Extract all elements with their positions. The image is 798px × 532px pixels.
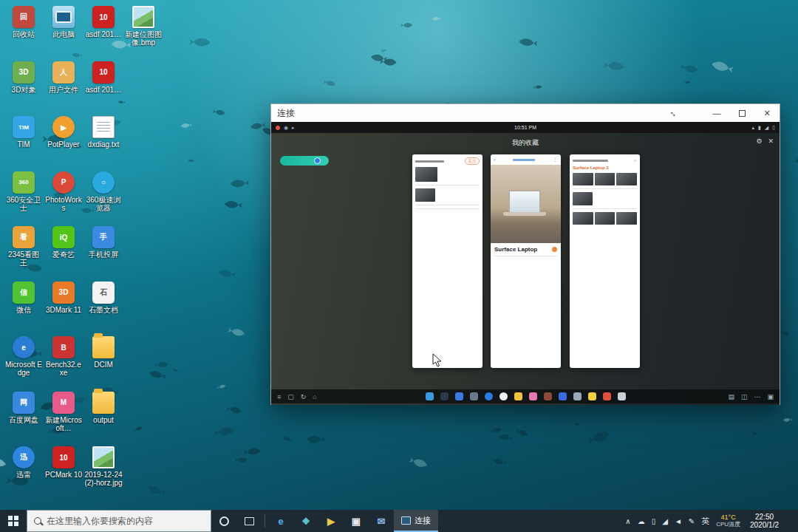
icon-photoworks-label: PhotoWorks [44, 196, 83, 212]
dock-app-7[interactable] [514, 392, 522, 400]
icon-bench32-label: Bench32.exe [44, 361, 83, 377]
pen-icon[interactable]: ✎ [689, 517, 695, 525]
icon-3d-objects[interactable]: 3D3D对象 [4, 61, 43, 94]
remote-status-icon-1: ▴ [751, 125, 754, 131]
fish-silhouette [587, 429, 611, 445]
taskbar-clock[interactable]: 22:50 2020/1/2 [747, 513, 782, 529]
icon-edge[interactable]: eMicrosoft Edge [4, 336, 43, 377]
icon-dxdiag[interactable]: dxdiag.txt [84, 116, 123, 149]
close-button[interactable]: ✕ [754, 104, 780, 122]
icon-new-bitmap[interactable]: 新建位图图像.bmp [124, 6, 163, 47]
layout-icon[interactable]: ▤ [728, 393, 734, 400]
task-view-button[interactable] [236, 510, 262, 532]
icon-photoworks[interactable]: PPhotoWorks [44, 171, 83, 212]
icon-output-folder[interactable]: output [84, 392, 123, 424]
video-taskbar-icon[interactable]: ▶ [318, 510, 344, 532]
icon-this-pc[interactable]: 此电脑 [44, 6, 83, 38]
dock-app-9[interactable] [544, 392, 552, 400]
dock-app-3[interactable] [455, 392, 463, 400]
dock-app-11[interactable] [573, 392, 582, 400]
icon-new-microsoft[interactable]: M新建Microsoft… [44, 392, 83, 432]
icon-baidu-netdisk[interactable]: 网百度网盘 [4, 392, 43, 424]
icon-tim[interactable]: TIMTIM [4, 116, 43, 149]
edge-taskbar-icon[interactable]: e [268, 510, 293, 532]
window-titlebar: 连接 ↔ — ✕ [271, 104, 780, 122]
taskbar-search-input[interactable]: 在这里输入你要搜索的内容 [27, 510, 211, 532]
fish-silhouette [409, 457, 428, 469]
back-icon[interactable]: ‹ [494, 157, 495, 163]
favorite-card-search[interactable]: ⌕ Surface Laptop 3 [570, 154, 640, 368]
icon-bench32[interactable]: BBench32.exe [44, 336, 83, 377]
store-taskbar-icon[interactable]: ▣ [344, 510, 369, 532]
icon-picture-viewer-glyph: 看 [13, 226, 35, 248]
icon-potplayer[interactable]: ▶PotPlayer [44, 116, 83, 149]
icon-phone-cast[interactable]: 手手机投屏 [84, 226, 123, 259]
onedrive-icon[interactable]: ☁ [638, 517, 645, 525]
more-icon[interactable]: ⋮ [553, 157, 558, 163]
icon-dcim-folder[interactable]: DCIM [84, 336, 123, 369]
dock-app-8[interactable] [529, 392, 537, 400]
favorite-card-product[interactable]: ‹ ⋮ Surface Laptop [491, 154, 561, 368]
more-icon[interactable]: ⋯ [754, 393, 760, 400]
connect-app-window: 连接 ↔ — ✕ ◉ ▸ 10:51 PM ▴▮◢▯ 我的收藏 ⚙✕ [270, 103, 780, 405]
grid-icon[interactable]: ≡ [277, 393, 281, 400]
minimize-button[interactable]: — [704, 104, 729, 122]
result-thumbnail [573, 212, 593, 225]
dock-app-10[interactable] [559, 392, 567, 400]
icon-asdf-1[interactable]: 10asdf 201… [84, 6, 123, 38]
icon-recycle-bin[interactable]: 回回收站 [4, 6, 43, 38]
icon-horz-jpg-glyph [92, 446, 115, 468]
dock-app-12[interactable] [588, 392, 596, 400]
clock-date: 2020/1/2 [750, 521, 779, 529]
dock-app-5[interactable] [485, 392, 493, 400]
screen-toggle-pill[interactable] [280, 156, 329, 166]
tray-expand-icon[interactable]: ∧ [625, 517, 630, 525]
icon-shimo-docs[interactable]: 石石墨文档 [84, 282, 123, 314]
icon-asdf-2[interactable]: 10asdf 201… [84, 61, 123, 94]
settings-gear-icon[interactable]: ⚙ [756, 137, 762, 145]
usb-icon[interactable]: ▯ [652, 517, 656, 525]
start-button[interactable] [0, 510, 27, 532]
refresh-icon[interactable]: ↻ [301, 393, 307, 400]
icon-new-microsoft-label: 新建Microsoft… [44, 416, 83, 432]
dock-app-1[interactable] [426, 392, 434, 400]
window-icon[interactable]: ▢ [287, 393, 294, 400]
icon-pcmark10[interactable]: 10PCMark 10 [44, 446, 83, 479]
taskbar-item-connect[interactable]: 连接 [394, 510, 438, 532]
cpu-temp-value: 41°C [716, 514, 740, 521]
icon-iqiyi[interactable]: iQ爱奇艺 [44, 226, 83, 259]
cortana-button[interactable] [211, 510, 236, 532]
trash-icon[interactable]: ▣ [767, 393, 774, 400]
favorite-card-news-feed[interactable]: 关注 [412, 154, 482, 368]
input-language-button[interactable]: 英 [701, 516, 709, 527]
icon-user-files[interactable]: 人用户文件 [44, 61, 83, 94]
home-icon[interactable]: ⌂ [313, 393, 316, 400]
icon-thunder[interactable]: 迅迅雷 [4, 446, 43, 479]
dock-app-2[interactable] [440, 392, 449, 400]
dock-app-14[interactable] [618, 392, 626, 400]
connect-app-label: 连接 [415, 515, 431, 526]
icon-3dmark11[interactable]: 3D3DMark 11 [44, 282, 83, 314]
panel-icon[interactable]: ◫ [741, 393, 748, 400]
network-icon[interactable]: ◢ [662, 517, 668, 525]
volume-icon[interactable]: ◄ [675, 517, 682, 525]
maximize-button[interactable] [729, 104, 754, 122]
fish-silhouette [490, 427, 502, 434]
cpu-temp-widget[interactable]: 41°C CPU温度 [716, 514, 740, 528]
mail-taskbar-icon[interactable]: ✉ [369, 510, 394, 532]
icon-new-bitmap-label: 新建位图图像.bmp [124, 30, 163, 47]
icon-wechat[interactable]: 信微信 [4, 282, 43, 314]
search-icon[interactable]: ⌕ [634, 157, 637, 163]
icon-360-browser[interactable]: ○360极速浏览器 [84, 171, 123, 212]
weather-taskbar-icon[interactable]: ❖ [293, 510, 318, 532]
dock-app-13[interactable] [603, 392, 611, 400]
dock-app-6[interactable] [499, 392, 508, 400]
icon-horz-jpg[interactable]: 2019-12-24 (2)-horz.jpg [84, 446, 123, 487]
result-thumbnail [595, 212, 615, 225]
fullscreen-button[interactable]: ↔ [661, 104, 686, 122]
follow-button[interactable]: 关注 [465, 157, 480, 165]
dock-app-4[interactable] [470, 392, 478, 400]
close-icon[interactable]: ✕ [768, 137, 774, 145]
icon-picture-viewer[interactable]: 看2345看图王 [4, 226, 43, 267]
icon-360-safe[interactable]: 360360安全卫士 [4, 171, 43, 212]
